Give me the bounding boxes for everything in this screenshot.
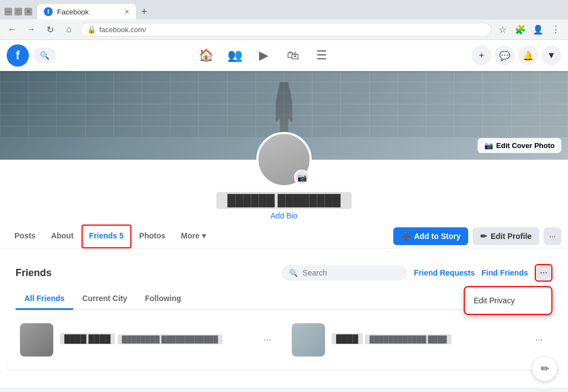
tab-friends[interactable]: Friends 5	[82, 225, 131, 248]
fb-app: f 🔍 🏠 👥 ▶ 🛍 ☰ + 💬 🔔 ▼	[0, 40, 568, 388]
address-bar-row: ← → ↻ ⌂ 🔒 facebook.com/ ☆ 🧩 👤 ⋮	[0, 19, 568, 39]
search-icon: 🔍	[40, 51, 49, 60]
tab-about[interactable]: About	[43, 225, 81, 248]
search-icon: 🔍	[289, 269, 298, 277]
friend-avatar	[20, 323, 53, 357]
friends-title: Friends	[16, 267, 52, 279]
tab-more[interactable]: More ▾	[173, 225, 213, 248]
address-bar[interactable]: 🔒 facebook.com/	[80, 23, 491, 37]
tab-title: Facebook	[57, 8, 120, 16]
nav-home-button[interactable]: 🏠	[193, 42, 220, 69]
more-dropdown-wrap: ··· Edit Privacy	[535, 264, 552, 282]
friend-avatar	[292, 323, 325, 357]
friends-search-box[interactable]: 🔍	[281, 265, 407, 281]
close-button[interactable]: ✕	[24, 8, 32, 16]
profile-avatar-wrap: 📷	[256, 132, 312, 187]
floating-edit-button[interactable]: ✏	[532, 357, 557, 381]
friends-search-input[interactable]	[302, 268, 399, 277]
refresh-button[interactable]: ↻	[42, 22, 58, 37]
profile-name-area: ██████ ████████ Add Bio	[0, 192, 568, 220]
nav-friends-button[interactable]: 👥	[222, 42, 248, 69]
toolbar-icons: ☆ 🧩 👤 ⋮	[495, 22, 564, 37]
nav-marketplace-button[interactable]: 🛍	[280, 42, 306, 69]
edit-profile-label: Edit Profile	[490, 232, 531, 241]
account-button[interactable]: ▼	[541, 45, 561, 65]
friend-mutual: ████████████ ████	[365, 334, 451, 344]
lock-icon: 🔒	[87, 26, 96, 34]
tab-bar: f Facebook × +	[37, 3, 564, 19]
friend-info: ████ ████ ████████ ████████████	[60, 333, 252, 347]
filter-tab-following[interactable]: Following	[136, 288, 190, 310]
friends-links: Friend Requests Find Friends ··· Edit Pr…	[414, 264, 552, 282]
change-photo-button[interactable]: 📷	[294, 170, 310, 185]
nav-right: + 💬 🔔 ▼	[471, 45, 561, 65]
add-to-story-button[interactable]: ➕ Add to Story	[393, 227, 468, 245]
edit-privacy-item[interactable]: Edit Privacy	[465, 291, 551, 310]
profile-name: ██████ ████████	[216, 192, 352, 209]
friend-mutual: ████████ ████████████	[118, 334, 222, 344]
plus-circle-icon: ➕	[401, 232, 410, 241]
tab-favicon: f	[44, 7, 53, 16]
minimize-button[interactable]: —	[4, 8, 12, 16]
forward-button[interactable]: →	[23, 22, 39, 37]
messenger-button[interactable]: 💬	[495, 45, 515, 65]
profile-tabs-left: Posts About Friends 5 Photos More ▾	[7, 225, 214, 248]
profile-tabs-right: ➕ Add to Story ✏ Edit Profile ···	[393, 227, 561, 245]
friends-search-area: 🔍 Friend Requests Find Friends ··· Edit …	[281, 264, 552, 282]
title-bar: — □ ✕ f Facebook × +	[0, 0, 568, 19]
bookmark-icon[interactable]: ☆	[495, 22, 510, 37]
friend-more-button[interactable]: ···	[530, 331, 548, 349]
nav-center: 🏠 👥 ▶ 🛍 ☰	[56, 42, 471, 69]
back-button[interactable]: ←	[4, 22, 20, 37]
notifications-button[interactable]: 🔔	[518, 45, 538, 65]
edit-profile-button[interactable]: ✏ Edit Profile	[473, 227, 539, 245]
friend-name: ████	[332, 333, 363, 344]
friend-card: ████ ████ ████████ ████████████ ···	[16, 319, 281, 361]
extensions-icon[interactable]: 🧩	[513, 22, 528, 37]
edit-privacy-dropdown: Edit Privacy	[464, 286, 552, 315]
more-options-icon[interactable]: ⋮	[548, 22, 564, 37]
tab-close-icon[interactable]: ×	[125, 7, 129, 16]
tab-photos[interactable]: Photos	[131, 225, 173, 248]
friend-info: ████ ████████████ ████	[332, 333, 524, 347]
nav-menu-button[interactable]: ☰	[308, 42, 335, 69]
url-text: facebook.com/	[99, 26, 484, 34]
new-tab-button[interactable]: +	[136, 4, 152, 19]
friend-name: ████ ████	[60, 333, 115, 344]
find-friends-link[interactable]: Find Friends	[481, 268, 528, 277]
profile-pic-area: 📷	[0, 132, 568, 187]
fb-logo: f	[7, 44, 29, 67]
friend-more-button[interactable]: ···	[258, 331, 276, 349]
fb-nav: f 🔍 🏠 👥 ▶ 🛍 ☰ + 💬 🔔 ▼	[0, 40, 568, 71]
window-controls[interactable]: — □ ✕	[4, 8, 32, 16]
friends-grid: ████ ████ ████████ ████████████ ··· ████…	[16, 319, 552, 361]
profile-badge-icon[interactable]: 👤	[530, 22, 546, 37]
pencil-icon: ✏	[480, 232, 487, 241]
fb-search[interactable]: 🔍	[33, 48, 56, 63]
maximize-button[interactable]: □	[14, 8, 22, 16]
tab-posts[interactable]: Posts	[7, 225, 43, 248]
add-bio-link[interactable]: Add Bio	[0, 211, 568, 220]
friend-card: ████ ████████████ ████ ···	[287, 319, 552, 361]
friend-avatar-image	[292, 323, 325, 357]
filter-tab-current-city[interactable]: Current City	[73, 288, 136, 310]
active-tab[interactable]: f Facebook ×	[37, 3, 136, 19]
add-story-label: Add to Story	[414, 232, 460, 241]
filter-tab-all-friends[interactable]: All Friends	[16, 288, 73, 310]
profile-tabs: Posts About Friends 5 Photos More ▾ ➕ Ad…	[0, 225, 568, 248]
nav-video-button[interactable]: ▶	[251, 42, 277, 69]
friends-more-button[interactable]: ···	[535, 264, 552, 282]
friends-section: Friends 🔍 Friend Requests Find Friends ·…	[7, 255, 561, 370]
home-button[interactable]: ⌂	[61, 22, 77, 37]
friends-header: Friends 🔍 Friend Requests Find Friends ·…	[16, 264, 552, 282]
friend-avatar-image	[20, 323, 53, 357]
friend-requests-link[interactable]: Friend Requests	[414, 268, 475, 277]
profile-more-button[interactable]: ···	[544, 227, 561, 245]
create-button[interactable]: +	[471, 45, 491, 65]
browser-chrome: — □ ✕ f Facebook × + ← → ↻ ⌂ 🔒 facebook.…	[0, 0, 568, 40]
